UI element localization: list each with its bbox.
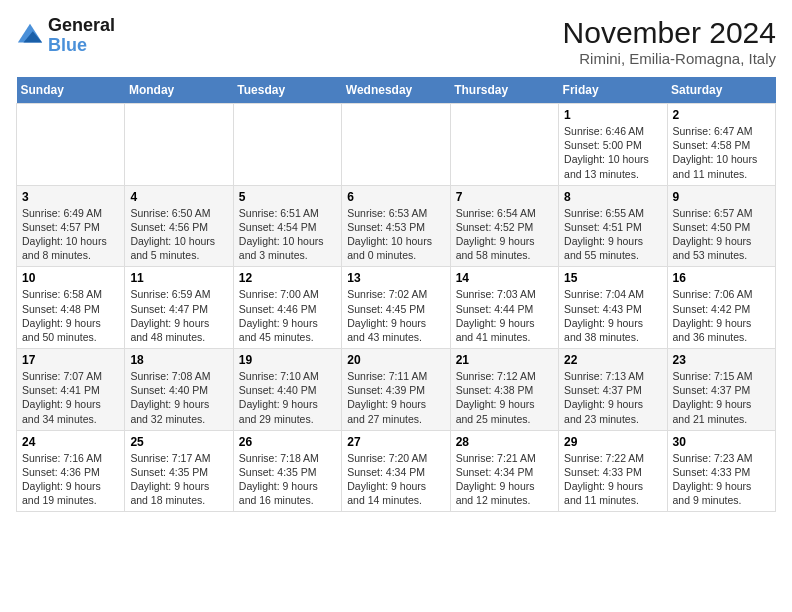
day-number: 28 xyxy=(456,435,553,449)
cell-0-1 xyxy=(125,104,233,186)
day-number: 17 xyxy=(22,353,119,367)
day-info: Sunrise: 6:58 AMSunset: 4:48 PMDaylight:… xyxy=(22,287,119,344)
week-row-1: 1 Sunrise: 6:46 AMSunset: 5:00 PMDayligh… xyxy=(17,104,776,186)
day-info: Sunrise: 7:17 AMSunset: 4:35 PMDaylight:… xyxy=(130,451,227,508)
day-info: Sunrise: 7:20 AMSunset: 4:34 PMDaylight:… xyxy=(347,451,444,508)
cell-2-3: 13 Sunrise: 7:02 AMSunset: 4:45 PMDaylig… xyxy=(342,267,450,349)
cell-4-6: 30 Sunrise: 7:23 AMSunset: 4:33 PMDaylig… xyxy=(667,430,775,512)
col-saturday: Saturday xyxy=(667,77,775,104)
day-number: 14 xyxy=(456,271,553,285)
day-info: Sunrise: 7:04 AMSunset: 4:43 PMDaylight:… xyxy=(564,287,661,344)
col-thursday: Thursday xyxy=(450,77,558,104)
day-number: 9 xyxy=(673,190,770,204)
day-info: Sunrise: 7:06 AMSunset: 4:42 PMDaylight:… xyxy=(673,287,770,344)
cell-2-0: 10 Sunrise: 6:58 AMSunset: 4:48 PMDaylig… xyxy=(17,267,125,349)
day-number: 15 xyxy=(564,271,661,285)
logo-icon xyxy=(16,22,44,50)
calendar-header: Sunday Monday Tuesday Wednesday Thursday… xyxy=(17,77,776,104)
day-number: 27 xyxy=(347,435,444,449)
day-info: Sunrise: 6:55 AMSunset: 4:51 PMDaylight:… xyxy=(564,206,661,263)
cell-0-3 xyxy=(342,104,450,186)
cell-4-2: 26 Sunrise: 7:18 AMSunset: 4:35 PMDaylig… xyxy=(233,430,341,512)
day-info: Sunrise: 7:23 AMSunset: 4:33 PMDaylight:… xyxy=(673,451,770,508)
day-info: Sunrise: 6:50 AMSunset: 4:56 PMDaylight:… xyxy=(130,206,227,263)
location-title: Rimini, Emilia-Romagna, Italy xyxy=(563,50,776,67)
day-number: 24 xyxy=(22,435,119,449)
cell-3-5: 22 Sunrise: 7:13 AMSunset: 4:37 PMDaylig… xyxy=(559,349,667,431)
cell-4-1: 25 Sunrise: 7:17 AMSunset: 4:35 PMDaylig… xyxy=(125,430,233,512)
day-number: 18 xyxy=(130,353,227,367)
week-row-3: 10 Sunrise: 6:58 AMSunset: 4:48 PMDaylig… xyxy=(17,267,776,349)
cell-4-3: 27 Sunrise: 7:20 AMSunset: 4:34 PMDaylig… xyxy=(342,430,450,512)
cell-1-5: 8 Sunrise: 6:55 AMSunset: 4:51 PMDayligh… xyxy=(559,185,667,267)
cell-0-0 xyxy=(17,104,125,186)
day-info: Sunrise: 7:12 AMSunset: 4:38 PMDaylight:… xyxy=(456,369,553,426)
col-wednesday: Wednesday xyxy=(342,77,450,104)
day-info: Sunrise: 7:00 AMSunset: 4:46 PMDaylight:… xyxy=(239,287,336,344)
day-number: 2 xyxy=(673,108,770,122)
cell-0-5: 1 Sunrise: 6:46 AMSunset: 5:00 PMDayligh… xyxy=(559,104,667,186)
logo: General Blue xyxy=(16,16,115,56)
cell-2-5: 15 Sunrise: 7:04 AMSunset: 4:43 PMDaylig… xyxy=(559,267,667,349)
day-number: 6 xyxy=(347,190,444,204)
cell-0-4 xyxy=(450,104,558,186)
day-info: Sunrise: 7:13 AMSunset: 4:37 PMDaylight:… xyxy=(564,369,661,426)
day-info: Sunrise: 7:08 AMSunset: 4:40 PMDaylight:… xyxy=(130,369,227,426)
day-number: 5 xyxy=(239,190,336,204)
cell-2-1: 11 Sunrise: 6:59 AMSunset: 4:47 PMDaylig… xyxy=(125,267,233,349)
title-area: November 2024 Rimini, Emilia-Romagna, It… xyxy=(563,16,776,67)
day-info: Sunrise: 6:49 AMSunset: 4:57 PMDaylight:… xyxy=(22,206,119,263)
cell-0-6: 2 Sunrise: 6:47 AMSunset: 4:58 PMDayligh… xyxy=(667,104,775,186)
day-number: 12 xyxy=(239,271,336,285)
day-info: Sunrise: 7:03 AMSunset: 4:44 PMDaylight:… xyxy=(456,287,553,344)
cell-1-1: 4 Sunrise: 6:50 AMSunset: 4:56 PMDayligh… xyxy=(125,185,233,267)
header: General Blue November 2024 Rimini, Emili… xyxy=(16,16,776,67)
cell-2-2: 12 Sunrise: 7:00 AMSunset: 4:46 PMDaylig… xyxy=(233,267,341,349)
day-number: 19 xyxy=(239,353,336,367)
cell-4-4: 28 Sunrise: 7:21 AMSunset: 4:34 PMDaylig… xyxy=(450,430,558,512)
cell-3-1: 18 Sunrise: 7:08 AMSunset: 4:40 PMDaylig… xyxy=(125,349,233,431)
logo-line2: Blue xyxy=(48,35,87,55)
cell-1-2: 5 Sunrise: 6:51 AMSunset: 4:54 PMDayligh… xyxy=(233,185,341,267)
day-info: Sunrise: 6:46 AMSunset: 5:00 PMDaylight:… xyxy=(564,124,661,181)
day-number: 1 xyxy=(564,108,661,122)
day-number: 7 xyxy=(456,190,553,204)
day-number: 3 xyxy=(22,190,119,204)
cell-1-3: 6 Sunrise: 6:53 AMSunset: 4:53 PMDayligh… xyxy=(342,185,450,267)
day-number: 10 xyxy=(22,271,119,285)
cell-1-4: 7 Sunrise: 6:54 AMSunset: 4:52 PMDayligh… xyxy=(450,185,558,267)
calendar-table: Sunday Monday Tuesday Wednesday Thursday… xyxy=(16,77,776,512)
day-info: Sunrise: 6:59 AMSunset: 4:47 PMDaylight:… xyxy=(130,287,227,344)
month-title: November 2024 xyxy=(563,16,776,50)
day-number: 29 xyxy=(564,435,661,449)
day-number: 13 xyxy=(347,271,444,285)
week-row-5: 24 Sunrise: 7:16 AMSunset: 4:36 PMDaylig… xyxy=(17,430,776,512)
day-info: Sunrise: 6:54 AMSunset: 4:52 PMDaylight:… xyxy=(456,206,553,263)
week-row-4: 17 Sunrise: 7:07 AMSunset: 4:41 PMDaylig… xyxy=(17,349,776,431)
day-number: 30 xyxy=(673,435,770,449)
day-info: Sunrise: 7:18 AMSunset: 4:35 PMDaylight:… xyxy=(239,451,336,508)
cell-3-0: 17 Sunrise: 7:07 AMSunset: 4:41 PMDaylig… xyxy=(17,349,125,431)
cell-3-6: 23 Sunrise: 7:15 AMSunset: 4:37 PMDaylig… xyxy=(667,349,775,431)
logo-text: General Blue xyxy=(48,16,115,56)
day-info: Sunrise: 6:57 AMSunset: 4:50 PMDaylight:… xyxy=(673,206,770,263)
day-info: Sunrise: 6:47 AMSunset: 4:58 PMDaylight:… xyxy=(673,124,770,181)
day-info: Sunrise: 7:10 AMSunset: 4:40 PMDaylight:… xyxy=(239,369,336,426)
col-tuesday: Tuesday xyxy=(233,77,341,104)
day-number: 25 xyxy=(130,435,227,449)
day-number: 4 xyxy=(130,190,227,204)
day-number: 22 xyxy=(564,353,661,367)
col-monday: Monday xyxy=(125,77,233,104)
cell-3-2: 19 Sunrise: 7:10 AMSunset: 4:40 PMDaylig… xyxy=(233,349,341,431)
day-info: Sunrise: 7:21 AMSunset: 4:34 PMDaylight:… xyxy=(456,451,553,508)
day-number: 26 xyxy=(239,435,336,449)
day-info: Sunrise: 7:07 AMSunset: 4:41 PMDaylight:… xyxy=(22,369,119,426)
cell-1-6: 9 Sunrise: 6:57 AMSunset: 4:50 PMDayligh… xyxy=(667,185,775,267)
day-info: Sunrise: 7:15 AMSunset: 4:37 PMDaylight:… xyxy=(673,369,770,426)
day-number: 21 xyxy=(456,353,553,367)
header-row: Sunday Monday Tuesday Wednesday Thursday… xyxy=(17,77,776,104)
cell-0-2 xyxy=(233,104,341,186)
cell-1-0: 3 Sunrise: 6:49 AMSunset: 4:57 PMDayligh… xyxy=(17,185,125,267)
cell-4-0: 24 Sunrise: 7:16 AMSunset: 4:36 PMDaylig… xyxy=(17,430,125,512)
col-friday: Friday xyxy=(559,77,667,104)
